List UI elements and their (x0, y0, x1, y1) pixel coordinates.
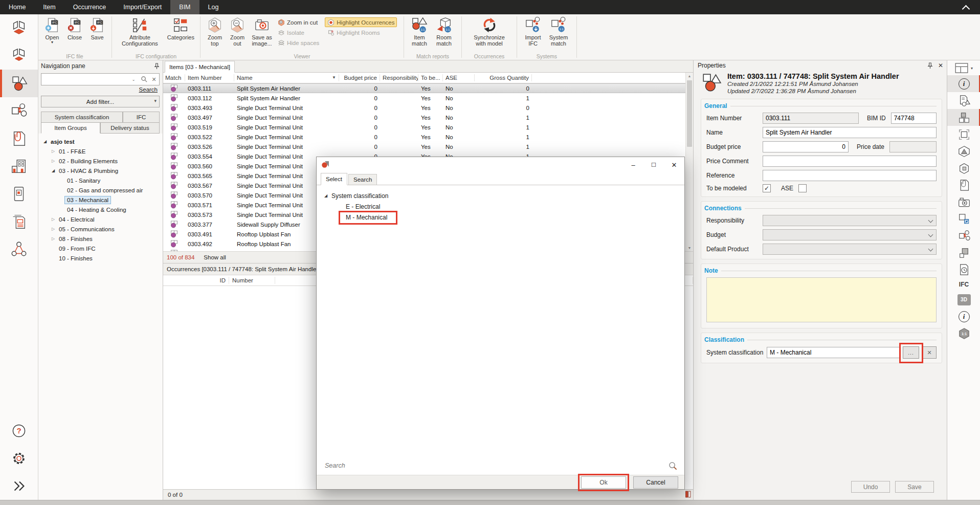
field-chooser-icon[interactable] (685, 491, 691, 499)
tree-item-root[interactable]: ◢asjo test (38, 137, 163, 146)
device-icon[interactable] (0, 180, 38, 208)
bim-id-field[interactable] (891, 113, 937, 124)
close-icon[interactable]: ✕ (664, 157, 684, 172)
table-row[interactable]: 0303.526 Single Duct Terminal Unit 0 Yes… (163, 142, 686, 151)
help-icon[interactable]: ? (0, 417, 38, 445)
col-header-to-be[interactable]: To be... (418, 74, 443, 81)
ifc-label[interactable]: IFC (959, 278, 969, 291)
occurrences-icon[interactable] (947, 109, 980, 126)
col-header-item-number[interactable]: Item Number (185, 74, 234, 81)
undo-button[interactable]: Undo (851, 481, 890, 493)
room-view-2-icon[interactable] (0, 42, 38, 70)
tree-item-mechanical[interactable]: 03 - Mechanical (38, 195, 163, 205)
info-2-icon[interactable]: i (947, 308, 980, 325)
sort-descending-icon[interactable]: ▼ (332, 74, 336, 81)
system-match-button[interactable]: 1:1 System match (546, 16, 571, 47)
collapsed-arrow-icon[interactable]: ▷ (50, 159, 56, 163)
tree-item[interactable]: 10 - Finishes (38, 253, 163, 263)
zoom-top-button[interactable]: Zoom top (204, 16, 226, 47)
attachments-icon[interactable] (0, 125, 38, 152)
price-comment-field[interactable] (763, 156, 937, 167)
settings-icon[interactable] (0, 445, 38, 472)
geometry-icon[interactable] (947, 143, 980, 160)
col-header-id[interactable]: ID (163, 277, 229, 284)
network-icon[interactable] (0, 235, 38, 263)
linked-occurrences-icon[interactable] (947, 227, 980, 244)
info-icon[interactable]: i (947, 75, 980, 92)
tree-item[interactable]: ◢03 - HVAC & Plumbing (38, 166, 163, 175)
room-view-icon[interactable] (0, 14, 38, 42)
tree-item[interactable]: ▷02 - Building Elements (38, 156, 163, 166)
responsibility-dropdown[interactable] (763, 215, 937, 226)
item-doc-icon[interactable] (947, 92, 980, 109)
scrollbar-thumb[interactable] (687, 80, 692, 147)
dialog-search-input[interactable] (324, 462, 669, 470)
menu-home[interactable]: Home (0, 0, 34, 14)
camera-icon[interactable] (947, 193, 980, 210)
panel-layout-selector[interactable]: ▾ (955, 63, 973, 73)
attribute-configurations-button[interactable]: Attribute Configurations (115, 16, 165, 47)
log-icon[interactable] (947, 261, 980, 278)
classification-clear-button[interactable]: ✕ (922, 346, 937, 359)
reference-field[interactable] (763, 170, 937, 181)
col-header-name[interactable]: Name▼ (234, 74, 339, 81)
open-dropdown-caret-icon[interactable]: ▾ (51, 40, 53, 44)
col-header-ase[interactable]: ASE (443, 74, 475, 81)
highlight-rooms-button[interactable]: Highlight Rooms (325, 28, 397, 37)
items-tab[interactable]: Items [03 - Mechanical] (165, 61, 235, 73)
collapsed-arrow-icon[interactable]: ▷ (50, 149, 56, 153)
categories-button[interactable]: Categories (165, 16, 197, 41)
close-panel-icon[interactable]: ✕ (938, 62, 943, 69)
budget-price-field[interactable] (763, 141, 849, 152)
col-header-gross-quantity[interactable]: Gross Quantity (475, 74, 532, 81)
clear-search-icon[interactable]: ✕ (149, 76, 159, 83)
table-row[interactable]: 0303.493 Single Duct Terminal Unit 0 Yes… (163, 103, 686, 113)
table-row[interactable]: 0303.519 Single Duct Terminal Unit 0 Yes… (163, 122, 686, 132)
attachments-icon[interactable] (947, 177, 980, 193)
building-icon[interactable] (0, 152, 38, 180)
one-to-one-icon[interactable]: 1:1 (947, 325, 980, 342)
synchronize-with-model-button[interactable]: Synchronize with model (467, 16, 512, 47)
chevron-up-icon[interactable] (962, 5, 970, 13)
dialog-tab-search[interactable]: Search (348, 174, 377, 185)
save-button[interactable]: Save (895, 481, 934, 493)
ase-checkbox[interactable] (798, 184, 807, 192)
expanded-arrow-icon[interactable]: ◢ (323, 193, 329, 198)
name-field[interactable] (763, 127, 937, 138)
item-number-field[interactable] (763, 113, 859, 124)
highlight-occurrences-button[interactable]: Highlight Occurrences (325, 17, 397, 27)
search-icon[interactable] (139, 76, 149, 83)
collapsed-arrow-icon[interactable]: ▷ (50, 236, 56, 241)
scroll-down-icon[interactable]: ▼ (688, 245, 692, 251)
collapsed-arrow-icon[interactable]: ▷ (50, 217, 56, 222)
table-row[interactable]: 0303.111 Split System Air Handler 0 Yes … (163, 83, 686, 93)
budget-dropdown[interactable] (763, 229, 937, 240)
menu-log[interactable]: Log (199, 0, 228, 14)
nav-search-dropdown-icon[interactable]: ⌄ (128, 77, 139, 82)
items-vertical-scrollbar[interactable]: ▲ ▼ (685, 73, 693, 251)
maximize-icon[interactable]: ☐ (643, 157, 664, 172)
save-as-image-button[interactable]: Save as image... (249, 16, 275, 47)
model-box-icon[interactable] (947, 126, 980, 143)
nav-search-link[interactable]: Search (38, 86, 158, 93)
zoom-in-cut-button[interactable]: Zoom in cut (275, 17, 322, 27)
cancel-button[interactable]: Cancel (633, 476, 678, 489)
expand-icon[interactable] (0, 472, 38, 500)
scroll-up-icon[interactable]: ▲ (688, 73, 692, 79)
3d-badge-icon[interactable]: 3D (947, 291, 980, 308)
tree-item[interactable]: 09 - From IFC (38, 244, 163, 253)
dialog-titlebar[interactable]: – ☐ ✕ (317, 157, 684, 172)
package-icon[interactable] (947, 160, 980, 177)
add-filter-button[interactable]: Add filter... ▾ (41, 96, 160, 107)
table-row[interactable]: 0303.112 Split System Air Handler 0 Yes … (163, 93, 686, 103)
table-row[interactable]: 0303.522 Single Duct Terminal Unit 0 Yes… (163, 132, 686, 142)
collapsed-arrow-icon[interactable]: ▷ (50, 227, 56, 231)
col-header-budget-price[interactable]: Budget price (339, 74, 380, 81)
dialog-tree-root[interactable]: ◢System classification (323, 190, 684, 201)
minimize-icon[interactable]: – (623, 157, 643, 172)
tree-item[interactable]: ▷01 - FF&E (38, 146, 163, 156)
snapshot-icon[interactable] (947, 210, 980, 227)
reports-icon[interactable] (0, 208, 38, 235)
tab-delivery-status[interactable]: Delivery status (100, 122, 160, 134)
isolate-button[interactable]: Isolate (275, 28, 322, 37)
